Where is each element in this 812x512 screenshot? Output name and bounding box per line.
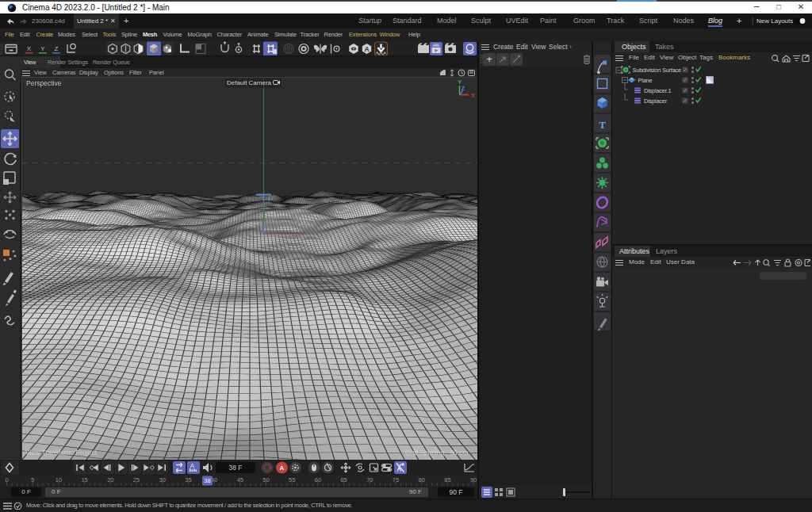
svg-text:A: A [190, 462, 194, 469]
svg-text:A: A [280, 464, 285, 472]
svg-text:Y: Y [40, 45, 45, 52]
svg-text:Subdivision Surface: Subdivision Surface [633, 67, 682, 74]
svg-text:38 F: 38 F [228, 464, 242, 472]
svg-text:Z: Z [462, 85, 465, 92]
svg-text:Z: Z [55, 45, 59, 52]
svg-text:X: X [471, 92, 476, 99]
svg-text:T: T [599, 119, 606, 131]
svg-text:Displacer: Displacer [644, 97, 668, 105]
svg-text:Displacer.1: Displacer.1 [644, 87, 671, 94]
svg-text:38: 38 [204, 477, 210, 484]
svg-text:X: X [27, 45, 32, 52]
svg-text:Plane: Plane [638, 77, 653, 84]
svg-text:A: A [364, 45, 369, 53]
